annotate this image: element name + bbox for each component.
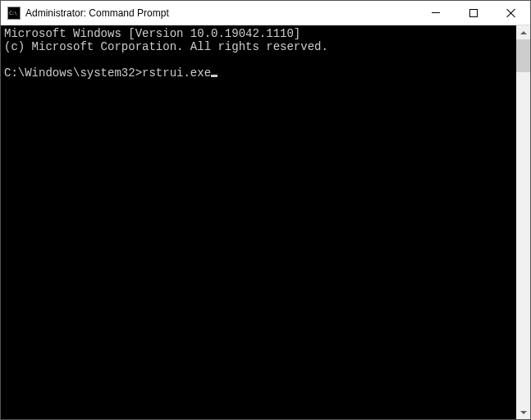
scrollbar-thumb[interactable] [516, 39, 530, 72]
scrollbar-track[interactable] [516, 39, 530, 405]
scroll-down-button[interactable] [516, 405, 530, 419]
arrow-down-icon [520, 411, 527, 414]
arrow-up-icon [520, 31, 527, 34]
window-title: Administrator: Command Prompt [25, 7, 417, 19]
titlebar[interactable]: Administrator: Command Prompt [1, 1, 530, 25]
version-line: Microsoft Windows [Version 10.0.19042.11… [4, 27, 513, 40]
terminal-area: Microsoft Windows [Version 10.0.19042.11… [1, 25, 530, 419]
maximize-button[interactable] [455, 1, 492, 25]
close-button[interactable] [492, 1, 530, 25]
cursor [211, 75, 217, 77]
minimize-button[interactable] [417, 1, 455, 25]
terminal-output[interactable]: Microsoft Windows [Version 10.0.19042.11… [1, 25, 516, 419]
window-controls [417, 1, 530, 25]
scroll-up-button[interactable] [516, 25, 530, 39]
minimize-icon [432, 12, 440, 13]
copyright-line: (c) Microsoft Corporation. All rights re… [4, 40, 513, 53]
maximize-icon [469, 9, 478, 17]
command-input[interactable]: rstrui.exe [142, 66, 211, 80]
prompt-text: C:\Windows\system32> [4, 66, 142, 80]
cmd-icon [7, 7, 21, 20]
command-prompt-window: Administrator: Command Prompt Microsoft … [0, 0, 531, 420]
blank-line [4, 53, 513, 66]
scrollbar[interactable] [516, 25, 530, 419]
close-icon [506, 8, 516, 18]
prompt-line: C:\Windows\system32>rstrui.exe [4, 66, 513, 80]
